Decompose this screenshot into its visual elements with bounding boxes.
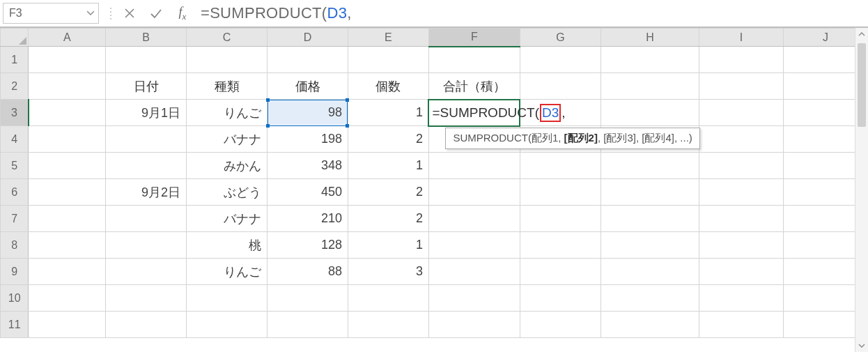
cell-F7[interactable] bbox=[428, 206, 520, 232]
cell-C5[interactable]: みかん bbox=[187, 153, 268, 179]
cell-F6[interactable] bbox=[428, 179, 520, 206]
formula-text: =SUMPRODUCT( bbox=[201, 4, 327, 22]
cell-E8[interactable]: 1 bbox=[348, 232, 428, 259]
cell-E7[interactable]: 2 bbox=[348, 206, 428, 232]
fx-icon[interactable]: fx bbox=[176, 6, 189, 20]
row-header-5[interactable]: 5 bbox=[1, 153, 29, 179]
cell-B2[interactable]: 日付 bbox=[106, 73, 187, 100]
scroll-up-icon[interactable] bbox=[855, 28, 868, 40]
cell-D6[interactable]: 450 bbox=[268, 179, 348, 206]
cell-C3[interactable]: りんご bbox=[187, 100, 268, 126]
select-all-corner[interactable] bbox=[1, 29, 29, 47]
col-header-H[interactable]: H bbox=[600, 29, 699, 47]
col-header-I[interactable]: I bbox=[699, 29, 783, 47]
cell-C9[interactable]: りんご bbox=[187, 259, 268, 285]
col-header-F[interactable]: F bbox=[428, 29, 520, 47]
formula-bar: F3 fx =SUMPRODUCT(D3, bbox=[0, 0, 868, 28]
row-header-6[interactable]: 6 bbox=[1, 179, 29, 206]
cell-D5[interactable]: 348 bbox=[268, 153, 348, 179]
cell-C4[interactable]: バナナ bbox=[187, 126, 268, 153]
row-header-10[interactable]: 10 bbox=[1, 285, 29, 312]
cell-D3[interactable]: 98 bbox=[268, 100, 348, 126]
row-header-4[interactable]: 4 bbox=[1, 126, 29, 153]
enter-icon[interactable] bbox=[149, 6, 163, 20]
row-header-7[interactable]: 7 bbox=[1, 206, 29, 232]
cell-B9[interactable] bbox=[106, 259, 187, 285]
cell-E6[interactable]: 2 bbox=[348, 179, 428, 206]
cell-B3[interactable]: 9月1日 bbox=[106, 100, 187, 126]
cell-D8[interactable]: 128 bbox=[268, 232, 348, 259]
function-tooltip[interactable]: SUMPRODUCT(配列1, [配列2], [配列3], [配列4], ...… bbox=[445, 128, 699, 149]
row-header-9[interactable]: 9 bbox=[1, 259, 29, 285]
scroll-down-icon[interactable] bbox=[855, 339, 868, 352]
col-header-D[interactable]: D bbox=[268, 29, 348, 47]
formula-ref-highlight: D3 bbox=[540, 104, 561, 122]
row-header-1[interactable]: 1 bbox=[1, 47, 29, 73]
name-box[interactable]: F3 bbox=[3, 3, 99, 24]
cell-B8[interactable] bbox=[106, 232, 187, 259]
worksheet[interactable]: A B C D E F G H I J 1 2 日付 種類 価格 個数 合計（積… bbox=[0, 28, 868, 338]
cell-E3[interactable]: 1 bbox=[348, 100, 428, 126]
col-header-B[interactable]: B bbox=[106, 29, 187, 47]
col-header-G[interactable]: G bbox=[520, 29, 600, 47]
cell-E5[interactable]: 1 bbox=[348, 153, 428, 179]
cell-F8[interactable] bbox=[428, 232, 520, 259]
cell-C7[interactable]: バナナ bbox=[187, 206, 268, 232]
cell-C6[interactable]: ぶどう bbox=[187, 179, 268, 206]
row-header-3[interactable]: 3 bbox=[1, 100, 29, 126]
chevron-down-icon[interactable] bbox=[87, 10, 94, 16]
cell-B4[interactable] bbox=[106, 126, 187, 153]
vertical-scrollbar[interactable] bbox=[855, 28, 868, 352]
formula-input[interactable]: =SUMPRODUCT(D3, bbox=[198, 4, 864, 22]
cell-B6[interactable]: 9月2日 bbox=[106, 179, 187, 206]
column-headers: A B C D E F G H I J bbox=[1, 29, 868, 47]
row-header-8[interactable]: 8 bbox=[1, 232, 29, 259]
cell-D9[interactable]: 88 bbox=[268, 259, 348, 285]
cell-F5[interactable] bbox=[428, 153, 520, 179]
formula-ref: D3 bbox=[327, 4, 347, 22]
formula-text-tail: , bbox=[347, 4, 351, 22]
cell-D2[interactable]: 価格 bbox=[268, 73, 348, 100]
cell-E4[interactable]: 2 bbox=[348, 126, 428, 153]
cell-E2[interactable]: 個数 bbox=[348, 73, 428, 100]
cell-F2[interactable]: 合計（積） bbox=[428, 73, 520, 100]
col-header-E[interactable]: E bbox=[348, 29, 428, 47]
cell-B7[interactable] bbox=[106, 206, 187, 232]
grip-dots-icon bbox=[107, 8, 114, 20]
name-box-value: F3 bbox=[9, 7, 22, 20]
col-header-A[interactable]: A bbox=[29, 29, 106, 47]
row-header-11[interactable]: 11 bbox=[1, 312, 29, 338]
formula-bar-buttons: fx bbox=[123, 6, 189, 20]
cell-C2[interactable]: 種類 bbox=[187, 73, 268, 100]
cell-F9[interactable] bbox=[428, 259, 520, 285]
cell-D7[interactable]: 210 bbox=[268, 206, 348, 232]
cell-B5[interactable] bbox=[106, 153, 187, 179]
cancel-icon[interactable] bbox=[123, 6, 137, 20]
cells-grid[interactable]: A B C D E F G H I J 1 2 日付 種類 価格 個数 合計（積… bbox=[0, 28, 868, 338]
cell-D4[interactable]: 198 bbox=[268, 126, 348, 153]
scroll-thumb[interactable] bbox=[858, 43, 866, 127]
row-header-2[interactable]: 2 bbox=[1, 73, 29, 100]
inline-formula-display: =SUMPRODUCT(D3, bbox=[431, 100, 565, 126]
cell-C8[interactable]: 桃 bbox=[187, 232, 268, 259]
col-header-C[interactable]: C bbox=[187, 29, 268, 47]
cell-E9[interactable]: 3 bbox=[348, 259, 428, 285]
